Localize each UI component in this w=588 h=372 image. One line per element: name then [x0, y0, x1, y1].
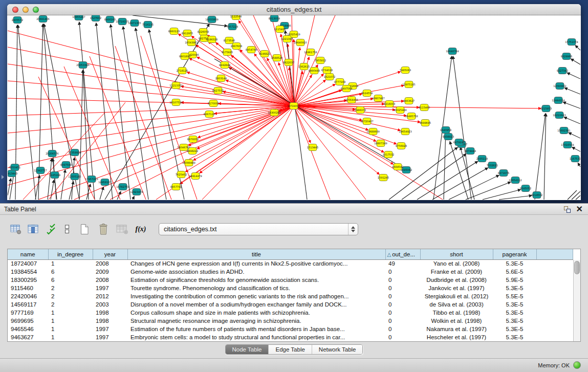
graph-edge[interactable]	[571, 59, 580, 64]
table-cell[interactable]: Investigating the contribution of common…	[127, 292, 385, 300]
table-cell[interactable]: Genome-wide association studies in ADHD.	[127, 268, 385, 276]
table-cell[interactable]: 5.3E-5	[493, 317, 536, 325]
table-cell[interactable]: Jankovic et al. (1997)	[420, 284, 493, 292]
table-cell[interactable]: 1998	[93, 317, 127, 325]
table-cell[interactable]: 9465546	[8, 325, 48, 333]
graph-edge[interactable]	[466, 182, 511, 200]
graph-edge[interactable]	[294, 80, 325, 106]
table-cell[interactable]: 1	[48, 309, 93, 317]
table-cell[interactable]: Dudbridge et al. (2008)	[420, 276, 493, 284]
table-cell[interactable]: 1997	[93, 333, 127, 341]
graph-edge[interactable]	[294, 106, 393, 164]
graph-edge[interactable]	[294, 15, 315, 106]
new-document-icon[interactable]	[75, 222, 94, 237]
table-cell[interactable]: 6	[48, 268, 93, 276]
tab-node-table[interactable]: Node Table	[226, 345, 269, 354]
table-row[interactable]: 2242004622012Investigating the contribut…	[8, 292, 573, 300]
table-cell[interactable]: 0	[385, 276, 420, 284]
column-header-short[interactable]: short	[420, 249, 493, 259]
graph-edge[interactable]	[8, 31, 294, 106]
table-cell[interactable]: 0	[385, 268, 420, 276]
graph-edge[interactable]	[79, 70, 83, 200]
table-cell[interactable]: 1	[48, 259, 93, 268]
table-cell[interactable]: 5.3E-5	[493, 325, 536, 333]
graph-edge[interactable]	[48, 159, 52, 200]
select-all-icon[interactable]	[43, 222, 59, 237]
node-table[interactable]: namein_degreeyeartitle△out_de...shortpag…	[7, 249, 581, 342]
function-builder-icon[interactable]: f(x)	[132, 222, 149, 237]
table-cell[interactable]: 0	[385, 300, 420, 309]
graph-edge[interactable]	[569, 133, 580, 138]
table-cell[interactable]: 1998	[93, 309, 127, 317]
graph-edge[interactable]	[189, 58, 294, 106]
table-cell[interactable]: 6	[48, 276, 93, 284]
table-row[interactable]: 911546021997Tourette syndrome. Phenomeno…	[8, 284, 573, 292]
table-cell[interactable]: 19384554	[8, 268, 48, 276]
table-scrollbar[interactable]	[573, 260, 580, 341]
table-cell[interactable]: 2008	[93, 276, 127, 284]
graph-edge[interactable]	[568, 190, 577, 200]
table-cell[interactable]: 5.3E-5	[493, 300, 536, 309]
graph-edge[interactable]	[133, 196, 134, 200]
graph-edge[interactable]	[226, 80, 294, 106]
graph-edge[interactable]	[61, 170, 66, 200]
graph-edge[interactable]	[100, 187, 103, 200]
graph-edge[interactable]	[8, 179, 11, 195]
graph-edge[interactable]	[402, 154, 466, 200]
table-cell[interactable]: 5.3E-5	[493, 309, 536, 317]
table-cell[interactable]: 0	[385, 292, 420, 300]
column-header-title[interactable]: title	[127, 249, 385, 259]
table-selector-dropdown[interactable]: citations_edges.txt	[159, 223, 358, 235]
graph-edge[interactable]	[563, 102, 580, 108]
table-cell[interactable]: 5.3E-5	[493, 259, 536, 268]
table-cell[interactable]: Stergiakouli et al. (2012)	[420, 292, 493, 300]
graph-edge[interactable]	[535, 114, 546, 200]
table-row[interactable]: 946554611997Estimation of the future num…	[8, 325, 573, 333]
graph-edge[interactable]	[578, 163, 580, 167]
table-row[interactable]: 1830029562008Estimation of significance …	[8, 276, 573, 284]
tab-edge-table[interactable]: Edge Table	[268, 345, 311, 354]
table-cell[interactable]: 22420046	[8, 292, 48, 300]
graph-edge[interactable]	[567, 73, 580, 79]
window-titlebar[interactable]: citations_edges.txt	[7, 4, 581, 15]
column-header-pagerank[interactable]: pagerank	[493, 249, 536, 259]
table-row[interactable]: 977716911998Corpus callosum shape and si…	[8, 309, 573, 317]
table-cell[interactable]: Tibbo et al. (1998)	[420, 309, 493, 317]
float-panel-icon[interactable]	[564, 206, 571, 213]
table-cell[interactable]: 0	[385, 284, 420, 292]
column-header-year[interactable]: year	[93, 249, 127, 259]
graph-edge[interactable]	[294, 106, 330, 200]
table-cell[interactable]: Changes of HCN gene expression and I(f) …	[127, 259, 385, 268]
table-cell[interactable]: 18300295	[8, 276, 48, 284]
graph-edge[interactable]	[389, 147, 458, 200]
clear-selection-icon[interactable]	[59, 222, 75, 237]
graph-edge[interactable]	[96, 23, 113, 200]
column-header-in_degree[interactable]: in_degree	[48, 249, 93, 259]
table-cell[interactable]: 5.9E-5	[493, 276, 536, 284]
table-cell[interactable]: 1997	[93, 325, 127, 333]
table-cell[interactable]: 2003	[93, 300, 127, 309]
graph-edge[interactable]	[294, 106, 379, 174]
table-cell[interactable]: Corpus callosum shape and size in male p…	[127, 309, 385, 317]
column-header-out_de[interactable]: △out_de...	[385, 249, 420, 259]
table-cell[interactable]: Hescheler et al. (1997)	[420, 333, 493, 341]
table-cell[interactable]: 0	[385, 325, 420, 333]
graph-edge[interactable]	[499, 195, 532, 200]
table-cell[interactable]: 2009	[93, 268, 127, 276]
table-cell[interactable]: 18724007	[8, 259, 48, 268]
show-column-icon[interactable]	[24, 222, 43, 237]
table-cell[interactable]: 5.6E-5	[493, 268, 536, 276]
table-cell[interactable]: 0	[385, 333, 420, 341]
table-cell[interactable]: Nakamura et al. (1997)	[420, 325, 493, 333]
table-cell[interactable]: 2	[48, 292, 93, 300]
graph-edge[interactable]	[23, 113, 105, 200]
table-cell[interactable]: Structural magnetic resonance image aver…	[127, 317, 385, 325]
table-row[interactable]: 946362711997Embryonic stem cells: a mode…	[8, 333, 573, 341]
network-view-window[interactable]: citations_edges.txt 24055722069140610655…	[7, 4, 581, 200]
table-row[interactable]: 1456911722003Disruption of a novel membe…	[8, 300, 573, 309]
graph-edge[interactable]	[115, 46, 171, 200]
table-cell[interactable]: Yano et al. (2008)	[420, 259, 493, 268]
table-cell[interactable]: 5.3E-5	[493, 333, 536, 341]
graph-edge[interactable]	[285, 31, 307, 200]
graph-edge[interactable]	[572, 191, 580, 200]
